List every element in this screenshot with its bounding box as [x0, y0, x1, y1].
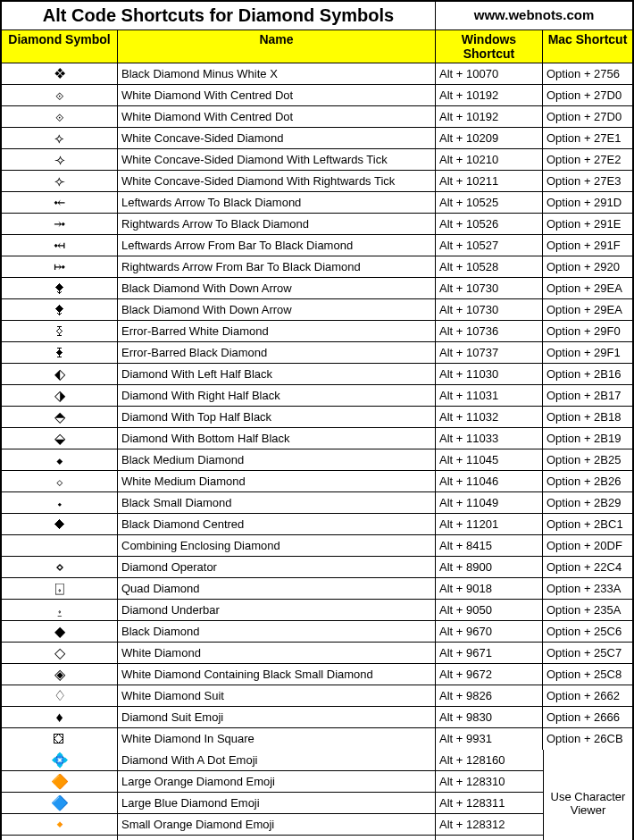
cell-symbol: ♦ — [2, 707, 118, 727]
table-row: ⧪Black Diamond With Down ArrowAlt + 1073… — [2, 278, 632, 299]
cell-windows-shortcut: Alt + 11201 — [436, 514, 543, 534]
cell-name: Diamond With Right Half Black — [118, 385, 436, 406]
cell-windows-shortcut: Alt + 128160 — [436, 750, 543, 770]
cell-mac-shortcut: Option + 2B18 — [543, 407, 632, 427]
cell-symbol: ⟐ — [2, 85, 118, 105]
cell-name: White Diamond With Centred Dot — [118, 85, 436, 105]
cell-symbol: 🔸 — [2, 814, 118, 835]
table-row: ⧪Black Diamond With Down ArrowAlt + 1073… — [2, 299, 632, 321]
cell-windows-shortcut: Alt + 128310 — [436, 771, 543, 792]
bottom-data-rows: 💠Diamond With A Dot EmojiAlt + 128160🔶La… — [2, 750, 543, 840]
cell-name: Black Diamond Centred — [118, 514, 436, 534]
cell-windows-shortcut: Alt + 8900 — [436, 557, 543, 577]
cell-mac-shortcut: Option + 22C4 — [543, 557, 632, 577]
cell-symbol: ⧪ — [2, 299, 118, 320]
cell-symbol: ◆ — [2, 621, 118, 642]
cell-mac-shortcut: Option + 29EA — [543, 278, 632, 298]
cell-name: Black Small Diamond — [118, 492, 436, 513]
cell-symbol: ⋄ — [2, 557, 118, 577]
table-row: ⧱Error-Barred Black DiamondAlt + 10737Op… — [2, 342, 632, 364]
cell-windows-shortcut: Alt + 9670 — [436, 621, 543, 642]
cell-symbol: ◇ — [2, 643, 118, 663]
cell-mac-shortcut: Option + 29EA — [543, 299, 632, 320]
cell-symbol: ⟢ — [2, 149, 118, 170]
table-row: Combining Enclosing DiamondAlt + 8415Opt… — [2, 535, 632, 557]
header-symbol: Diamond Symbol — [2, 30, 118, 63]
cell-windows-shortcut: Alt + 10526 — [436, 214, 543, 234]
cell-symbol: ⧪ — [2, 278, 118, 298]
cell-windows-shortcut: Alt + 11046 — [436, 471, 543, 491]
table-row: ⤞Rightwards Arrow To Black DiamondAlt + … — [2, 214, 632, 235]
cell-mac-shortcut: Option + 291E — [543, 214, 632, 234]
table-row: ◇White DiamondAlt + 9671Option + 25C7 — [2, 643, 632, 664]
cell-mac-shortcut: Option + 27E2 — [543, 149, 632, 170]
cell-mac-shortcut: Option + 27D0 — [543, 106, 632, 127]
cell-symbol: 💠 — [2, 750, 118, 770]
cell-windows-shortcut: Alt + 9830 — [436, 707, 543, 727]
table-row: ⛋White Diamond In SquareAlt + 9931Option… — [2, 728, 632, 750]
header-windows: Windows Shortcut — [436, 30, 543, 63]
cell-windows-shortcut: Alt + 128313 — [436, 836, 543, 840]
cell-name: Rightwards Arrow From Bar To Black Diamo… — [118, 256, 436, 277]
cell-mac-shortcut: Option + 233A — [543, 578, 632, 599]
cell-name: Leftwards Arrow To Black Diamond — [118, 192, 436, 213]
cell-symbol: ⟡ — [2, 128, 118, 148]
header-name: Name — [118, 30, 436, 63]
table-row: ⟣White Concave-Sided Diamond With Rightw… — [2, 171, 632, 192]
cell-symbol: ⟐ — [2, 106, 118, 127]
table-row: ⬦White Medium DiamondAlt + 11046Option +… — [2, 471, 632, 492]
table-row: ⬙Diamond With Bottom Half BlackAlt + 110… — [2, 428, 632, 449]
table-row: ♢White Diamond SuitAlt + 9826Option + 26… — [2, 685, 632, 707]
cell-symbol: ⬙ — [2, 428, 118, 449]
cell-mac-shortcut: Option + 26CB — [543, 728, 632, 750]
cell-windows-shortcut: Alt + 10210 — [436, 149, 543, 170]
main-data-rows: ❖Black Diamond Minus White XAlt + 10070O… — [2, 63, 632, 750]
cell-mac-shortcut: Option + 27E3 — [543, 171, 632, 191]
table-row: 💠Diamond With A Dot EmojiAlt + 128160 — [2, 750, 543, 771]
cell-windows-shortcut: Alt + 10527 — [436, 235, 543, 256]
cell-windows-shortcut: Alt + 10730 — [436, 299, 543, 320]
cell-mac-shortcut: Option + 2B19 — [543, 428, 632, 449]
cell-name: Diamond With Top Half Black — [118, 407, 436, 427]
cell-name: Large Orange Diamond Emoji — [118, 771, 436, 792]
table-row: ⟐White Diamond With Centred DotAlt + 101… — [2, 106, 632, 128]
cell-windows-shortcut: Alt + 10528 — [436, 256, 543, 277]
cell-mac-shortcut: Option + 2B17 — [543, 385, 632, 406]
cell-symbol: ⤝ — [2, 192, 118, 213]
cell-name: Diamond Operator — [118, 557, 436, 577]
cell-name: White Concave-Sided Diamond — [118, 128, 436, 148]
cell-name: Rightwards Arrow To Black Diamond — [118, 214, 436, 234]
table-row: ⧰Error-Barred White DiamondAlt + 10736Op… — [2, 321, 632, 342]
cell-windows-shortcut: Alt + 10737 — [436, 342, 543, 363]
table-row: ⬗Diamond With Right Half BlackAlt + 1103… — [2, 385, 632, 407]
table-row: ⤝Leftwards Arrow To Black DiamondAlt + 1… — [2, 192, 632, 214]
cell-mac-shortcut: Option + 2666 — [543, 707, 632, 727]
cell-windows-shortcut: Alt + 11049 — [436, 492, 543, 513]
table-row: ⬖Diamond With Left Half BlackAlt + 11030… — [2, 364, 632, 385]
cell-symbol: ❖ — [2, 63, 118, 84]
table-row: 🔹Small Blue Diamond EmojiAlt + 128313 — [2, 836, 543, 840]
table-row: ⟡White Concave-Sided DiamondAlt + 10209O… — [2, 128, 632, 149]
cell-name: Black Diamond With Down Arrow — [118, 299, 436, 320]
cell-name: Small Orange Diamond Emoji — [118, 814, 436, 835]
cell-symbol: ⛋ — [2, 728, 118, 750]
cell-windows-shortcut: Alt + 11032 — [436, 407, 543, 427]
cell-mac-shortcut: Option + 27E1 — [543, 128, 632, 148]
cell-mac-shortcut: Option + 25C8 — [543, 664, 632, 685]
cell-name: White Medium Diamond — [118, 471, 436, 491]
cell-name: Black Diamond — [118, 621, 436, 642]
table-row: ⯁Black Diamond CentredAlt + 11201Option … — [2, 514, 632, 535]
cell-symbol: ⯁ — [2, 514, 118, 534]
cell-mac-shortcut: Option + 2B25 — [543, 449, 632, 470]
cell-name: Diamond With Left Half Black — [118, 364, 436, 384]
cell-name: White Diamond In Square — [118, 728, 436, 750]
cell-windows-shortcut: Alt + 10192 — [436, 85, 543, 105]
cell-symbol: ⍚ — [2, 600, 118, 620]
cell-mac-shortcut: Option + 2BC1 — [543, 514, 632, 534]
bottom-section: 💠Diamond With A Dot EmojiAlt + 128160🔶La… — [2, 750, 632, 840]
cell-name: Error-Barred Black Diamond — [118, 342, 436, 363]
cell-mac-shortcut: Option + 2920 — [543, 256, 632, 277]
table-row: ◈White Diamond Containing Black Small Di… — [2, 664, 632, 685]
table-row: ⟐White Diamond With Centred DotAlt + 101… — [2, 85, 632, 106]
cell-name: Black Diamond With Down Arrow — [118, 278, 436, 298]
